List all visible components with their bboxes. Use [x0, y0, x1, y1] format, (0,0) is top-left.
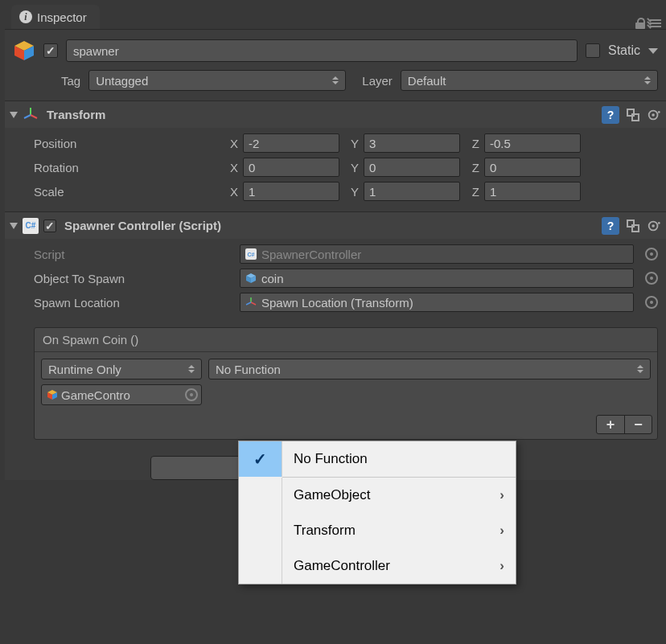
object-to-spawn-value: coin [261, 272, 284, 285]
object-picker-icon[interactable] [185, 388, 198, 401]
gear-icon[interactable] [647, 219, 661, 233]
menu-item-gameobject[interactable]: GameObject › [239, 478, 516, 513]
transform-component-header: Transform ? [5, 100, 666, 128]
svg-line-4 [31, 115, 37, 118]
help-icon[interactable]: ? [602, 217, 619, 235]
scale-label: Scale [34, 185, 219, 199]
layer-value: Default [408, 74, 446, 88]
svg-point-7 [652, 113, 655, 117]
active-checkbox[interactable] [43, 43, 58, 58]
call-state-value: Runtime Only [48, 363, 121, 376]
static-checkbox[interactable] [586, 43, 600, 58]
spawner-component-header: C# Spawner Controller (Script) ? [5, 211, 666, 239]
rotation-z-input[interactable] [484, 158, 581, 177]
z-label: Z [465, 185, 479, 199]
help-icon[interactable]: ? [602, 106, 619, 124]
menu-label: GameController [282, 558, 500, 574]
z-label: Z [465, 137, 479, 150]
event-function-dropdown[interactable]: No Function [208, 359, 651, 379]
component-title: Spawner Controller (Script) [64, 219, 221, 232]
info-icon: i [19, 10, 32, 23]
static-label: Static [608, 43, 640, 58]
menu-label: Transform [282, 523, 500, 539]
spawn-location-field[interactable]: Spawn Location (Transform) [240, 293, 634, 312]
object-picker-icon[interactable] [645, 248, 658, 260]
preset-icon[interactable] [626, 219, 640, 233]
unity-event-block: On Spawn Coin () Runtime Only GameContro [34, 327, 658, 440]
inspector-tab[interactable]: i Inspector [11, 5, 100, 29]
menu-item-gamecontroller[interactable]: GameController › [239, 548, 516, 584]
checkmark-icon [239, 441, 282, 477]
dropdown-arrows-icon [637, 365, 643, 373]
z-label: Z [465, 161, 479, 174]
scale-z-input[interactable] [484, 182, 581, 201]
add-listener-button[interactable]: + [597, 416, 624, 433]
event-title: On Spawn Coin () [35, 328, 657, 352]
menu-item-transform[interactable]: Transform › [239, 513, 516, 548]
tab-bar: i Inspector [5, 0, 666, 29]
chevron-right-icon: › [500, 558, 504, 574]
gameobject-icon[interactable] [13, 39, 35, 62]
inspector-panel: Static Tag Untagged Layer Default Tran [5, 29, 666, 480]
dropdown-arrows-icon [188, 365, 195, 373]
prefab-icon [245, 273, 257, 284]
remove-listener-button[interactable]: − [624, 416, 652, 433]
csharp-script-icon: C# [245, 248, 257, 260]
spawn-location-value: Spawn Location (Transform) [261, 296, 413, 310]
script-value: SpawnerController [261, 248, 361, 261]
foldout-icon[interactable] [10, 112, 18, 118]
object-picker-icon[interactable] [645, 272, 658, 285]
component-enabled-checkbox[interactable] [43, 219, 56, 232]
rotation-x-input[interactable] [243, 158, 339, 177]
object-picker-icon[interactable] [645, 296, 658, 309]
call-state-dropdown[interactable]: Runtime Only [41, 359, 202, 379]
transform-icon [245, 297, 257, 308]
preset-icon[interactable] [626, 108, 640, 122]
menu-item-no-function[interactable]: No Function [239, 441, 516, 477]
scale-x-input[interactable] [243, 182, 339, 201]
rotation-y-input[interactable] [364, 158, 460, 177]
gear-icon[interactable] [647, 108, 661, 122]
gameobject-name-input[interactable] [66, 39, 578, 62]
svg-line-17 [246, 302, 251, 305]
transform-body: Position X Y Z Rotation X Y Z Scale X [5, 128, 666, 211]
layer-dropdown[interactable]: Default [401, 70, 658, 91]
spawner-body: Script C# SpawnerController Object To Sp… [5, 239, 666, 322]
event-target-field[interactable]: GameContro [41, 384, 202, 405]
tab-bar-right [635, 18, 661, 29]
chevron-right-icon: › [500, 523, 504, 539]
gameobject-header: Static [5, 30, 666, 70]
event-listener-row: Runtime Only GameContro No Fun [35, 352, 657, 412]
event-target-value: GameContro [61, 388, 130, 402]
menu-check-col [239, 513, 282, 548]
tag-value: Untagged [96, 74, 148, 88]
layer-label: Layer [362, 74, 393, 88]
panel-menu-icon[interactable] [650, 19, 661, 27]
lock-icon[interactable] [635, 18, 645, 29]
scale-y-input[interactable] [364, 182, 460, 201]
menu-label: No Function [282, 451, 504, 467]
object-to-spawn-label: Object To Spawn [34, 272, 235, 285]
object-to-spawn-field[interactable]: coin [240, 269, 634, 288]
menu-label: GameObject [282, 487, 500, 503]
x-label: X [224, 185, 238, 199]
position-y-input[interactable] [364, 133, 460, 153]
position-z-input[interactable] [484, 133, 581, 153]
tag-layer-row: Tag Untagged Layer Default [5, 70, 666, 100]
component-title: Transform [47, 108, 105, 121]
svg-line-5 [24, 115, 31, 118]
y-label: Y [344, 185, 359, 199]
position-x-input[interactable] [243, 133, 339, 153]
script-field-label: Script [34, 248, 235, 261]
tag-dropdown[interactable]: Untagged [88, 70, 346, 91]
svg-point-10 [652, 224, 655, 228]
script-field: C# SpawnerController [240, 244, 634, 264]
y-label: Y [344, 161, 359, 174]
gameobject-icon [47, 389, 58, 400]
tag-label: Tag [61, 74, 80, 88]
static-dropdown-arrow[interactable] [648, 48, 658, 54]
svg-point-8 [658, 111, 660, 113]
dropdown-arrows-icon [332, 76, 339, 84]
foldout-icon[interactable] [10, 223, 18, 229]
menu-check-col [239, 478, 282, 513]
